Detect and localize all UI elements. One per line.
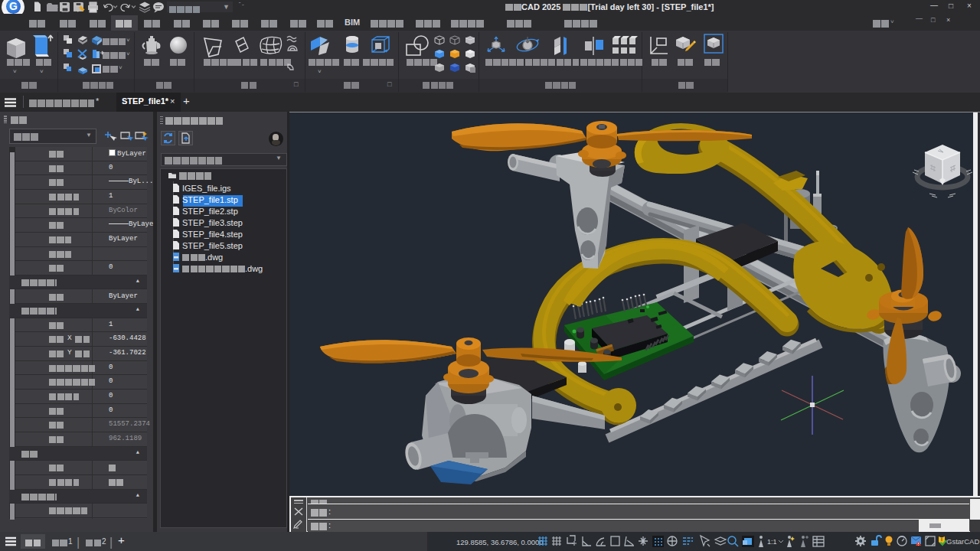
svg-text:1:1: 1:1 (767, 538, 777, 546)
